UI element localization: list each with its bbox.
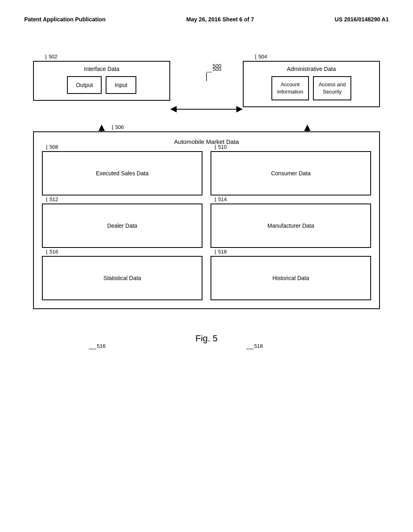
statistical-data-label: Statistical Data [103, 275, 141, 281]
account-info-label: AccountInformation [277, 81, 303, 95]
manufacturer-data-label: Manufacturer Data [267, 222, 314, 229]
dealer-data-section: ⌊ 512 Dealer Data [42, 204, 202, 248]
interface-data-box: Interface Data Output Input [33, 61, 170, 101]
historical-data-box: Historical Data [211, 256, 371, 300]
executed-sales-label: Executed Sales Data [96, 170, 149, 177]
data-grid: ⌊ 508 Executed Sales Data ⌊ 510 Consumer… [42, 151, 371, 300]
header-middle: May 26, 2016 Sheet 6 of 7 [186, 16, 254, 23]
auto-market-title: Automobile Market Data [42, 138, 371, 145]
ref-502: ⌊ 502 [45, 54, 57, 60]
ref-512: ⌊ 512 [46, 196, 58, 202]
ref-518: ⌊ 518 [215, 249, 227, 255]
executed-sales-box: Executed Sales Data [42, 151, 202, 195]
output-label: Output [76, 82, 93, 88]
interface-data-title: Interface Data [38, 66, 165, 72]
ref-506: ⌊ 506 [112, 124, 124, 130]
manufacturer-data-section: ⌊ 514 Manufacturer Data [211, 204, 371, 248]
consumer-data-label: Consumer Data [271, 170, 311, 177]
account-info-box: AccountInformation [271, 76, 309, 100]
statistical-data-box: Statistical Data [42, 256, 202, 300]
consumer-data-section: ⌊ 510 Consumer Data [211, 151, 371, 195]
manufacturer-data-box: Manufacturer Data [211, 204, 371, 248]
arrow-gap [33, 107, 380, 131]
diagram-wrapper: 500 502 504 506 508 510 512 514 [33, 61, 380, 309]
diagram-area: 500 502 504 506 508 510 512 514 [0, 31, 413, 317]
ref-508: ⌊ 508 [46, 144, 58, 150]
interface-data-section: ⌊ 502 Interface Data Output Input [33, 61, 170, 107]
dealer-data-label: Dealer Data [107, 222, 138, 229]
input-box: Input [106, 76, 136, 94]
ref-514: ⌊ 514 [215, 196, 227, 202]
statistical-data-section: ⌊ 516 Statistical Data [42, 256, 202, 300]
admin-inner-boxes: AccountInformation Access andSecurity [248, 76, 375, 100]
top-row: ⌊ 502 Interface Data Output Input ⌊ 504 [33, 61, 380, 107]
ref-516: ⌊ 516 [46, 249, 58, 255]
access-security-box: Access andSecurity [313, 76, 351, 100]
interface-inner-boxes: Output Input [38, 76, 165, 94]
executed-sales-section: ⌊ 508 Executed Sales Data [42, 151, 202, 195]
fig-label: Fig. 5 [0, 333, 413, 344]
input-label: Input [115, 82, 127, 88]
access-security-label: Access andSecurity [319, 81, 346, 95]
admin-data-section: ⌊ 504 Administrative Data AccountInforma… [243, 61, 380, 107]
historical-data-section: ⌊ 518 Historical Data [211, 256, 371, 300]
admin-data-title: Administrative Data [248, 66, 375, 72]
output-box: Output [67, 76, 102, 94]
auto-market-box: Automobile Market Data ⌊ 508 Executed Sa… [33, 131, 380, 309]
consumer-data-box: Consumer Data [211, 151, 371, 195]
auto-market-section: ⌊ 506 Automobile Market Data ⌊ 508 Execu… [33, 131, 380, 309]
ref-504: ⌊ 504 [255, 54, 267, 60]
ref-510: ⌊ 510 [215, 144, 227, 150]
header-right: US 2016/0148290 A1 [335, 16, 389, 23]
header-left: Patent Application Publication [24, 16, 106, 23]
dealer-data-box: Dealer Data [42, 204, 202, 248]
page-header: Patent Application Publication May 26, 2… [0, 0, 413, 31]
historical-data-label: Historical Data [272, 275, 309, 281]
admin-data-box: Administrative Data AccountInformation A… [243, 61, 380, 107]
